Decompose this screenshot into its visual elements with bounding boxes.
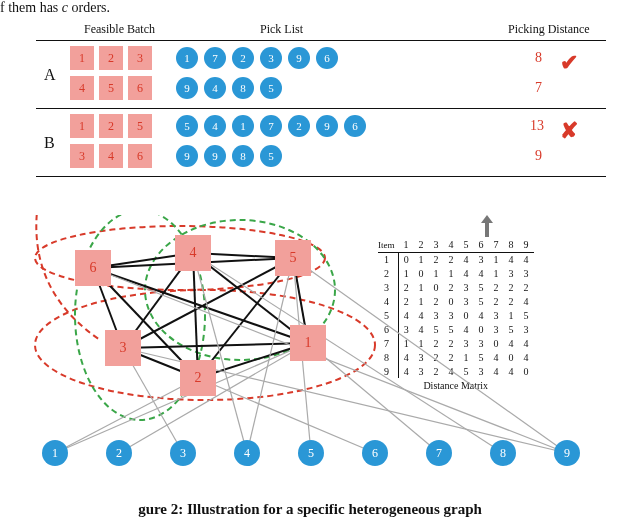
fragment-text: f them has c orders. xyxy=(0,0,110,16)
figure-caption: gure 2: Illustration for a specific hete… xyxy=(0,501,620,518)
pick-item: 7 xyxy=(260,115,282,137)
pick-item: 8 xyxy=(232,77,254,99)
order-box: 4 xyxy=(99,144,123,168)
distance-value: 13 xyxy=(530,118,544,134)
graph-order-node: 5 xyxy=(275,240,311,276)
svg-line-31 xyxy=(93,268,567,453)
pick-item: 4 xyxy=(204,115,226,137)
pick-item: 4 xyxy=(204,77,226,99)
checkmark-icon: ✔ xyxy=(560,50,578,76)
scenario-a-label: A xyxy=(44,66,56,84)
distance-value: 8 xyxy=(535,50,542,66)
pick-item: 9 xyxy=(176,145,198,167)
pick-item: 5 xyxy=(260,145,282,167)
distance-value: 7 xyxy=(535,80,542,96)
pick-item: 6 xyxy=(316,47,338,69)
pick-item: 9 xyxy=(204,145,226,167)
svg-line-30 xyxy=(293,258,567,453)
scenario-b-label: B xyxy=(44,134,55,152)
graph-order-node: 4 xyxy=(175,235,211,271)
order-box: 5 xyxy=(128,114,152,138)
header-feasible-batch: Feasible Batch xyxy=(84,22,155,37)
graph-order-node: 6 xyxy=(75,250,111,286)
heterogeneous-graph: 1 2 3 4 5 6 1 2 3 4 5 6 7 8 9 xyxy=(20,215,600,475)
order-box: 4 xyxy=(70,76,94,100)
graph-order-node: 2 xyxy=(180,360,216,396)
distance-value: 9 xyxy=(535,148,542,164)
separator-top xyxy=(36,40,606,41)
header-pick-list: Pick List xyxy=(260,22,303,37)
pick-item: 5 xyxy=(260,77,282,99)
separator-mid xyxy=(36,108,606,109)
pick-item: 5 xyxy=(176,115,198,137)
order-box: 6 xyxy=(128,144,152,168)
graph-item-node: 9 xyxy=(554,440,580,466)
pick-item: 2 xyxy=(232,47,254,69)
pick-item: 3 xyxy=(260,47,282,69)
pick-item: 9 xyxy=(316,115,338,137)
order-box: 1 xyxy=(70,114,94,138)
separator-bottom xyxy=(36,176,606,177)
graph-item-node: 6 xyxy=(362,440,388,466)
pick-item: 9 xyxy=(176,77,198,99)
graph-item-node: 3 xyxy=(170,440,196,466)
graph-order-node: 1 xyxy=(290,325,326,361)
order-box: 3 xyxy=(128,46,152,70)
order-box: 5 xyxy=(99,76,123,100)
graph-item-node: 2 xyxy=(106,440,132,466)
pick-item: 1 xyxy=(232,115,254,137)
header-picking-distance: Picking Distance xyxy=(508,22,590,37)
svg-line-5 xyxy=(123,343,308,348)
pick-item: 2 xyxy=(288,115,310,137)
fragment-suffix: orders. xyxy=(68,0,110,15)
graph-order-node: 3 xyxy=(105,330,141,366)
cross-icon: ✘ xyxy=(560,118,578,144)
graph-item-node: 7 xyxy=(426,440,452,466)
order-box: 2 xyxy=(99,46,123,70)
pick-item: 1 xyxy=(176,47,198,69)
pick-item: 8 xyxy=(232,145,254,167)
graph-item-node: 5 xyxy=(298,440,324,466)
svg-line-25 xyxy=(198,378,375,453)
order-box: 1 xyxy=(70,46,94,70)
graph-item-node: 4 xyxy=(234,440,260,466)
order-box: 6 xyxy=(128,76,152,100)
order-box: 3 xyxy=(70,144,94,168)
svg-line-14 xyxy=(123,258,293,348)
order-box: 2 xyxy=(99,114,123,138)
fragment-prefix: f them has xyxy=(0,0,62,15)
graph-item-node: 1 xyxy=(42,440,68,466)
pick-item: 7 xyxy=(204,47,226,69)
graph-item-node: 8 xyxy=(490,440,516,466)
pick-item: 6 xyxy=(344,115,366,137)
pick-item: 9 xyxy=(288,47,310,69)
